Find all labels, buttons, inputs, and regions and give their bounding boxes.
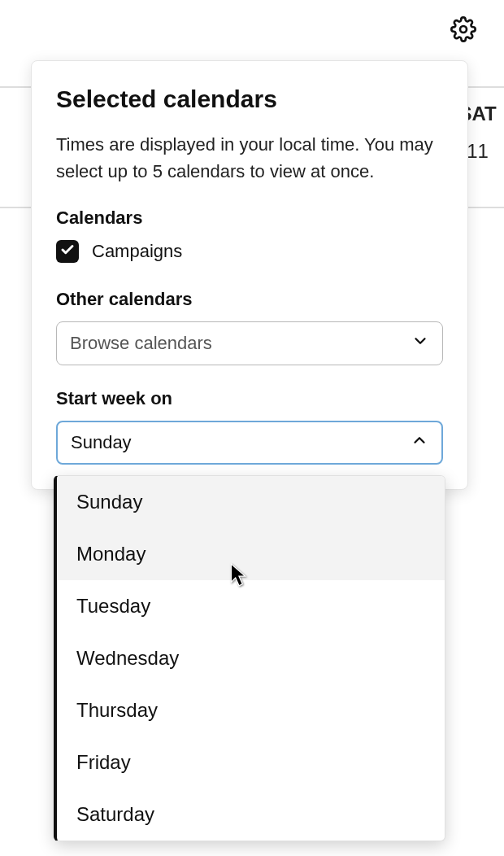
dropdown-option-saturday[interactable]: Saturday (57, 788, 445, 841)
dropdown-option-label: Wednesday (76, 647, 179, 670)
dropdown-option-label: Saturday (76, 803, 154, 826)
start-week-value: Sunday (71, 432, 132, 453)
dropdown-option-label: Tuesday (76, 595, 150, 618)
calendar-settings-popover: Selected calendars Times are displayed i… (31, 60, 468, 490)
dropdown-option-label: Thursday (76, 699, 158, 722)
dropdown-option-sunday[interactable]: Sunday (57, 476, 445, 528)
settings-button[interactable] (447, 15, 480, 47)
dropdown-option-label: Sunday (76, 491, 142, 513)
topbar (0, 0, 504, 61)
browse-calendars-select[interactable]: Browse calendars (56, 321, 443, 365)
checkbox-label: Campaigns (92, 241, 182, 262)
calendar-checkbox-row[interactable]: Campaigns (56, 240, 443, 263)
start-week-label: Start week on (56, 388, 443, 409)
dropdown-option-wednesday[interactable]: Wednesday (57, 632, 445, 684)
dropdown-option-thursday[interactable]: Thursday (57, 684, 445, 736)
dropdown-option-friday[interactable]: Friday (57, 736, 445, 788)
popover-title: Selected calendars (56, 85, 443, 113)
dropdown-option-label: Monday (76, 543, 146, 566)
chevron-up-icon (411, 431, 428, 454)
dropdown-option-monday[interactable]: Monday (57, 528, 445, 580)
browse-calendars-placeholder: Browse calendars (70, 333, 212, 354)
checkbox-checked[interactable] (56, 240, 79, 263)
chevron-down-icon (411, 332, 429, 355)
gear-icon (450, 16, 476, 46)
dropdown-option-label: Friday (76, 751, 131, 774)
svg-point-0 (460, 26, 467, 33)
calendars-section-label: Calendars (56, 207, 443, 229)
other-calendars-label: Other calendars (56, 289, 443, 310)
start-week-dropdown: Sunday Monday Tuesday Wednesday Thursday… (54, 475, 445, 841)
start-week-select[interactable]: Sunday (56, 421, 443, 465)
check-icon (60, 242, 75, 260)
dropdown-option-tuesday[interactable]: Tuesday (57, 580, 445, 632)
popover-description: Times are displayed in your local time. … (56, 131, 443, 185)
